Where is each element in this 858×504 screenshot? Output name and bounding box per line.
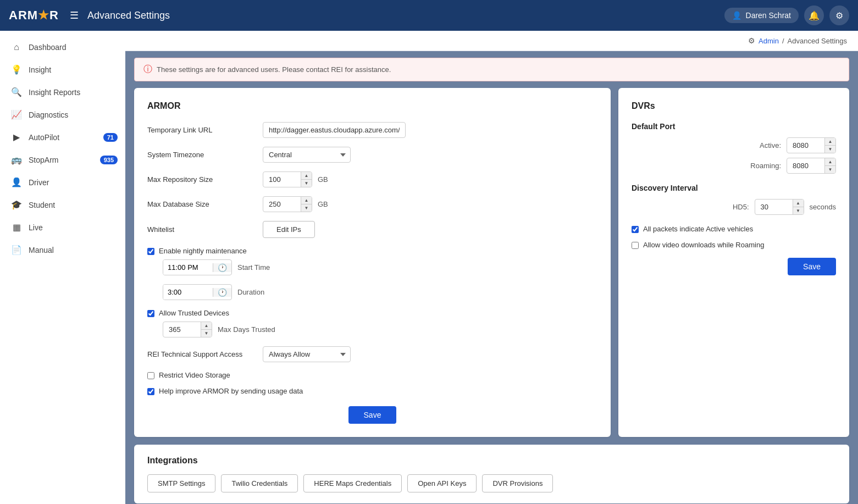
duration-label: Duration [237,288,264,296]
roaming-label: Roaming: [750,162,781,170]
max-repo-size-label: Max Repository Size [147,175,257,184]
sidebar-item-insight-reports[interactable]: 🔍 Insight Reports [0,81,125,103]
system-timezone-label: System Timezone [147,151,257,159]
duration-clock-icon[interactable]: 🕐 [213,288,231,297]
user-menu[interactable]: 👤 Daren Schrat [724,8,799,23]
sidebar-item-driver[interactable]: 👤 Driver [0,171,125,193]
sidebar-item-diagnostics[interactable]: 📈 Diagnostics [0,103,125,126]
sidebar-item-insight[interactable]: 💡 Insight [0,58,125,81]
active-label: Active: [760,141,781,149]
max-repo-size-spinner: ▲ ▼ [263,171,312,187]
max-repo-size-up[interactable]: ▲ [301,172,312,180]
settings-button[interactable]: ⚙ [829,5,849,25]
insight-icon: 💡 [11,64,22,75]
roaming-port-spinner-btns: ▲ ▼ [824,158,835,173]
default-port-title: Default Port [632,122,836,131]
duration-row: 🕐 Duration [163,284,597,300]
hd5-down[interactable]: ▼ [793,207,804,214]
trusted-devices-label: Allow Trusted Devices [159,309,229,317]
sidebar-label-live: Live [29,223,43,232]
restrict-video-row: Restrict Video Storage [147,371,597,379]
all-packets-label: All packets indicate Active vehicles [643,225,753,233]
user-name: Daren Schrat [746,11,791,20]
start-time-input[interactable] [163,260,213,275]
sidebar-label-autopilot: AutoPilot [29,133,59,142]
default-port-section: Default Port Active: ▲ ▼ Roaming: [632,122,836,174]
sidebar-item-stoparm[interactable]: 🚌 StopArm 935 [0,148,125,171]
edit-ips-button[interactable]: Edit IPs [263,221,315,238]
user-icon: 👤 [732,11,741,20]
active-port-up[interactable]: ▲ [824,138,835,146]
breadcrumb-admin-link[interactable]: Admin [759,37,779,45]
sidebar-label-diagnostics: Diagnostics [29,110,68,119]
video-downloads-label: Allow video downloads while Roaming [643,241,764,249]
smtp-settings-button[interactable]: SMTP Settings [147,474,215,492]
system-timezone-select[interactable]: Central Eastern Mountain Pacific [263,147,351,163]
duration-wrap: 🕐 [163,284,232,300]
nightly-time-row: 🕐 Start Time [163,259,597,275]
discovery-interval-section: Discovery Interval HD5: ▲ ▼ seconds [632,184,836,215]
here-maps-credentials-button[interactable]: HERE Maps Credentials [303,474,402,492]
app-logo: ARM★R [9,8,59,23]
twilio-credentials-button[interactable]: Twilio Credentials [221,474,298,492]
restrict-video-checkbox[interactable] [147,372,154,379]
video-downloads-checkbox[interactable] [632,242,639,249]
max-repo-size-down[interactable]: ▼ [301,180,312,187]
panels-row: ARMOR Temporary Link URL System Timezone… [125,88,858,445]
diagnostics-icon: 📈 [11,109,22,120]
usage-data-checkbox[interactable] [147,388,154,395]
sidebar-label-student: Student [29,201,55,209]
sidebar-item-manual[interactable]: 📄 Manual [0,239,125,261]
page-title-header: Advanced Settings [87,10,724,21]
armor-card: ARMOR Temporary Link URL System Timezone… [134,88,611,437]
integrations-buttons: SMTP Settings Twilio Credentials HERE Ma… [147,474,836,492]
temp-link-url-input[interactable] [263,122,406,138]
hd5-spinner-btns: ▲ ▼ [793,200,804,214]
hd5-up[interactable]: ▲ [793,200,804,207]
alert-banner: ⓘ These settings are for advanced users.… [134,58,849,81]
roaming-port-down[interactable]: ▼ [824,166,835,173]
armor-save-button[interactable]: Save [348,406,397,424]
max-db-size-up[interactable]: ▲ [301,197,312,204]
max-days-up[interactable]: ▲ [201,322,212,330]
sidebar-item-live[interactable]: ▦ Live [0,216,125,239]
duration-input[interactable] [163,285,213,300]
active-port-down[interactable]: ▼ [824,146,835,153]
autopilot-icon: ▶ [11,132,22,142]
max-db-size-row: Max Database Size ▲ ▼ GB [147,196,597,212]
max-repo-size-row: Max Repository Size ▲ ▼ GB [147,171,597,187]
armor-save-wrap: Save [147,406,597,424]
sidebar-item-autopilot[interactable]: ▶ AutoPilot 71 [0,126,125,148]
integrations-title: Integrations [147,456,836,466]
trusted-devices-checkbox[interactable] [147,310,154,317]
hamburger-icon[interactable]: ☰ [70,9,79,21]
max-db-size-spinner: ▲ ▼ [263,196,312,212]
topnav: ARM★R ☰ Advanced Settings 👤 Daren Schrat… [0,0,858,31]
autopilot-badge: 71 [103,133,118,142]
sidebar-label-manual: Manual [29,246,54,254]
tech-support-select[interactable]: Always Allow Never Allow Ask Each Time [263,346,351,362]
max-days-down[interactable]: ▼ [201,330,212,337]
all-packets-checkbox[interactable] [632,226,639,233]
roaming-port-up[interactable]: ▲ [824,158,835,166]
start-time-clock-icon[interactable]: 🕐 [213,263,231,272]
temp-link-url-label: Temporary Link URL [147,126,257,134]
sidebar-item-dashboard[interactable]: ⌂ Dashboard [0,36,125,58]
max-repo-size-spinner-btns: ▲ ▼ [301,172,312,187]
max-db-size-down[interactable]: ▼ [301,204,312,212]
start-time-wrap: 🕐 [163,259,232,275]
open-api-keys-button[interactable]: Open API Keys [407,474,477,492]
sidebar-label-driver: Driver [29,178,49,187]
trusted-devices-row: Allow Trusted Devices [147,309,597,317]
hd5-row: HD5: ▲ ▼ seconds [632,199,836,215]
logo-star: ★ [38,8,49,22]
sidebar-item-student[interactable]: 🎓 Student [0,193,125,216]
dvrs-save-button[interactable]: Save [788,258,836,275]
notifications-button[interactable]: 🔔 [804,5,824,25]
sidebar-label-stoparm: StopArm [29,156,58,164]
dvrs-card-title: DVRs [632,101,836,111]
usage-data-label: Help improve ARMOR by sending usage data [159,387,303,395]
dvr-provisions-button[interactable]: DVR Provisions [482,474,553,492]
alert-icon: ⓘ [143,64,152,75]
nightly-maintenance-checkbox[interactable] [147,248,154,255]
